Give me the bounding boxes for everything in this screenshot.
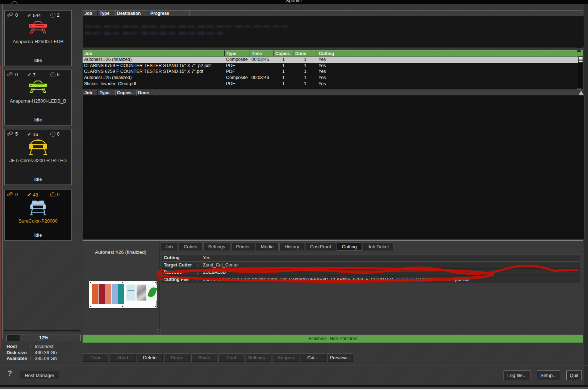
detail-tab[interactable]: Job [160, 243, 178, 251]
action-button[interactable]: Block [191, 353, 217, 362]
disk-size-label: Disk size [7, 350, 30, 355]
host-manager-button[interactable]: Host Manager [20, 371, 59, 380]
jobs-col-copies: Copies [274, 50, 293, 57]
detail-row: Cutting File : /mnt/smb/192.168.1.125/Pu… [162, 276, 580, 283]
checkmark-icon: ✔ [27, 192, 32, 198]
preview-splitter-grip[interactable] [157, 329, 161, 333]
thumbnail-color-bars [92, 284, 124, 304]
detail-row: Barcode : 2DE8AE8D [162, 269, 580, 276]
setup-button[interactable]: Setup... [537, 371, 560, 380]
job-row[interactable]: Autonest #26 (finalized) Composite 00:03… [83, 57, 578, 63]
detail-row: Cutting : Yes [162, 254, 580, 261]
printer-card[interactable]: ⚙⚙ 0 ✔ 7 ! 5 Anapurna-H2500i-LEDB_B Idle [4, 70, 72, 125]
available-row: Available : 385.08 Gb [7, 356, 57, 361]
job-status-bar: Finished - Non Printable [83, 335, 583, 343]
detail-tab[interactable]: History [279, 243, 304, 251]
taskbar-edge [0, 387, 588, 389]
job-row[interactable]: CLARINS 6759 F COUNTER TESTER STAND 15" … [83, 69, 578, 75]
jobs-col-done: Done [293, 50, 317, 57]
processing-stat: ⚙⚙ 0 [8, 12, 18, 18]
disk-size-row: Disk size : 460.36 Gb [7, 350, 57, 355]
action-button[interactable]: Purge [164, 353, 190, 362]
job-row[interactable]: Sticker_Invader_Clear.pdf PDF 1 1 Yes [83, 80, 578, 87]
available-value: 385.08 Gb [35, 356, 57, 361]
checkmark-icon: ✔ [27, 72, 32, 78]
screen-edge-artifact [0, 66, 1, 348]
printer-status: Idle [5, 233, 71, 238]
job-detail-pane: Autonest #26 (finalized) JobColorsSettin… [83, 240, 583, 334]
detail-value: Yes [203, 255, 210, 260]
help-icon[interactable]: ? [7, 369, 12, 378]
thumbnail-bar [118, 284, 124, 304]
printed-table-body[interactable] [83, 96, 584, 239]
queue-table-body[interactable] [83, 16, 584, 47]
window-right-margin [584, 4, 588, 385]
window-left-edge [2, 4, 3, 339]
disk-usage-percent: 17% [7, 335, 80, 340]
action-button[interactable]: Prior [83, 353, 108, 362]
action-button[interactable]: Cut... [300, 353, 326, 362]
done-stat: ✔ 48 [27, 192, 38, 198]
thumbnail-bar [99, 284, 105, 304]
jobs-scrollbar[interactable] [578, 57, 583, 90]
detail-row: Target Cutter : Zund_Cut_Center [162, 261, 580, 269]
wide-printer-icon [28, 199, 48, 217]
job-row[interactable]: Autonest #25 (finalized) Composite 00:03… [83, 75, 578, 81]
jobs-table-header: Job Type Time Copies Done Cutting [83, 50, 583, 57]
printer-stats: ⚙⚙ 5 ✔ 16 ! 0 [5, 131, 71, 137]
done-stat: ✔ 7 [27, 72, 36, 78]
detail-tab[interactable]: Settings [203, 243, 230, 251]
action-button[interactable]: Print [218, 353, 244, 362]
available-label: Available [7, 356, 30, 361]
printer-name: Anapurna-H2500i-LEDB [7, 39, 69, 44]
queue-col-job: Job [83, 10, 98, 16]
pane-splitter-grip-top[interactable] [577, 47, 581, 52]
thumbnail-card-leaf [147, 285, 157, 301]
detail-tab[interactable]: Printer [231, 243, 255, 251]
flatbed-printer-icon [28, 80, 48, 96]
detail-tab[interactable]: Colors [179, 243, 203, 251]
jobs-table-body: Autonest #26 (finalized) Composite 00:03… [83, 57, 578, 91]
printed-table-header: Job Type Copies Done [83, 90, 583, 96]
detail-tabs: JobColorsSettingsPrinterMediaHistoryCost… [160, 243, 394, 251]
main-window: ⚙⚙ 0 ✔ 544 ! 2 Anapurna-H2500i-LEDB Idle [0, 4, 588, 385]
printer-name: Anapurna-H2500i-LEDB_B [7, 98, 69, 104]
scroll-top-indicator[interactable] [579, 91, 584, 95]
roll-printer-icon [28, 139, 48, 156]
jobs-scrollbar-thumb[interactable] [579, 57, 583, 62]
detail-tab[interactable]: Media [256, 243, 279, 251]
action-button[interactable]: Abort [110, 353, 135, 362]
action-button[interactable]: Reopen [273, 353, 299, 362]
window-title: Spooler [0, 0, 588, 3]
footer-divider [0, 365, 588, 366]
detail-value: 2DE8AE8D [203, 270, 226, 275]
job-status-text: Finished - Non Printable [309, 336, 357, 341]
detail-tab[interactable]: Cutting [337, 243, 362, 251]
error-stat: ! 0 [50, 131, 59, 137]
printer-icon-slot [5, 20, 71, 37]
host-row: Host : localhost [7, 344, 53, 349]
printer-name: JETi-Ceres-3200-RTR-LED [7, 158, 69, 163]
detail-tab[interactable]: CostProof [305, 243, 336, 251]
detail-tab[interactable]: Job Ticket [363, 243, 394, 251]
printer-card[interactable]: ⚙⚙ 5 ✔ 16 ! 0 JETi-Ceres-3200-RTR-LED Id… [4, 129, 72, 185]
printed-col-done: Done [136, 90, 157, 96]
printer-card[interactable]: ⚙⚙ 0 ✔ 48 ! 0 SureColor-P20000 Idle [4, 190, 72, 241]
action-button[interactable]: Settings... [246, 353, 271, 362]
processing-stat: ⚙⚙ 5 [8, 131, 18, 137]
done-stat: ✔ 16 [27, 131, 38, 137]
host-label: Host [7, 344, 30, 349]
action-button[interactable]: Delete [137, 353, 163, 362]
job-thumbnail [89, 281, 157, 308]
printer-card[interactable]: ⚙⚙ 0 ✔ 544 ! 2 Anapurna-H2500i-LEDB Idle [4, 10, 72, 66]
thumbnail-card-text [126, 285, 135, 301]
job-row[interactable]: CLARINS 6759 F COUNTER TESTER STAND 15" … [83, 63, 578, 69]
log-file-button[interactable]: Log file... [504, 371, 530, 380]
printer-icon-slot [5, 79, 71, 97]
quit-button[interactable]: Quit [566, 371, 582, 380]
printer-name: SureColor-P20000 [7, 218, 69, 224]
detail-label: Cutting File [162, 277, 197, 282]
action-button[interactable]: Preview... [327, 353, 353, 362]
gear-icon: ⚙⚙ [8, 72, 14, 77]
warning-icon: ! [50, 132, 55, 137]
